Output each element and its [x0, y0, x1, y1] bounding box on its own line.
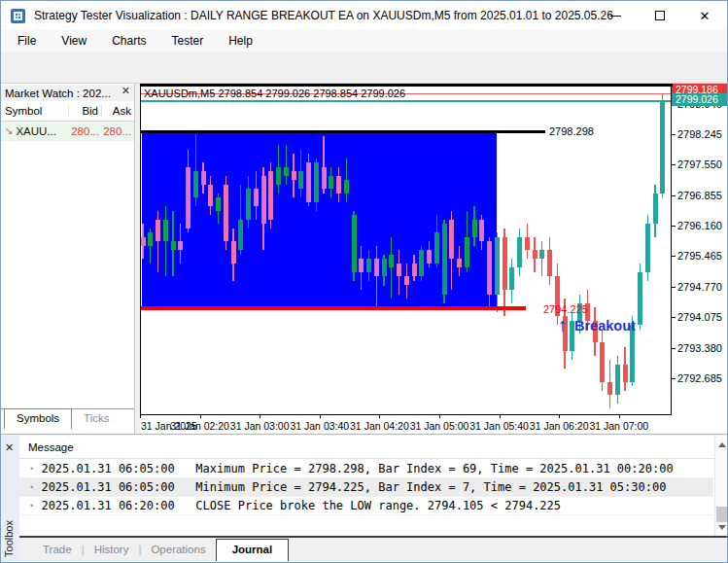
close-button[interactable]: ✕ — [682, 1, 727, 30]
range-high-value: 2798.298 — [549, 125, 594, 137]
journal-row-text: 2025.01.31 06:05:00 Maximum Price = 2798… — [41, 462, 673, 475]
toolbox-tab-operations[interactable]: Operations — [141, 540, 215, 559]
chart-top-border — [140, 84, 673, 87]
price-tick-label: 2792.685 — [677, 372, 722, 384]
journal-column-header[interactable]: Message — [19, 436, 728, 459]
price-down-arrow-icon: ↘ — [5, 125, 13, 136]
chart-left-border — [140, 84, 141, 415]
scrollbar-thumb[interactable] — [716, 507, 727, 522]
chart-area[interactable]: 2798.2982794.225↑BreakoutXAUUSDm,M5 2798… — [140, 84, 728, 434]
journal-row-bullet-icon: • — [19, 501, 41, 510]
breakout-label: Breakout — [574, 318, 636, 334]
time-tick-label: 31 Jan 04:20 — [350, 420, 409, 432]
market-watch-header: Market Watch : 202... — [1, 85, 134, 101]
candle-body — [374, 259, 379, 276]
time-axis-line — [140, 414, 672, 415]
ask-value: 280... — [102, 125, 134, 137]
candle-body — [254, 189, 259, 206]
candle-wick — [286, 145, 287, 185]
candle-body — [539, 250, 544, 259]
price-tick-label: 2796.160 — [677, 220, 722, 231]
candle-body — [306, 162, 311, 202]
column-symbol[interactable]: Symbol — [1, 105, 69, 117]
candle-body — [653, 194, 658, 225]
bid-price-line — [140, 100, 671, 102]
candle-body — [284, 167, 289, 176]
time-tick — [439, 415, 440, 418]
minimize-button[interactable] — [593, 1, 638, 30]
minimize-icon — [610, 16, 621, 17]
candle-body — [600, 342, 605, 382]
candle-body — [171, 241, 176, 250]
range-high-line — [140, 130, 545, 133]
market-watch-close-icon[interactable]: ✕ — [121, 85, 130, 97]
symbol-name: XAUU... — [16, 125, 56, 137]
journal-row-bullet-icon: • — [19, 464, 41, 474]
maximize-button[interactable] — [638, 1, 682, 30]
candle-body — [208, 185, 213, 207]
toolbox-tab-journal[interactable]: Journal — [216, 539, 290, 561]
candle-body — [503, 237, 507, 290]
price-tick — [672, 317, 676, 318]
menu-item-file[interactable]: File — [5, 31, 49, 51]
candle-body — [141, 237, 146, 246]
candle-body — [224, 185, 228, 242]
title-bar: Strategy Tester Visualization : DAILY RA… — [1, 1, 727, 30]
candle-body — [231, 241, 236, 264]
journal-row[interactable]: •2025.01.31 06:05:00 Minimum Price = 279… — [19, 478, 713, 497]
menu-item-view[interactable]: View — [49, 31, 99, 51]
menu-item-tester[interactable]: Tester — [158, 31, 216, 51]
scroll-down-icon[interactable] — [718, 525, 726, 530]
journal-content: Message •2025.01.31 06:05:00 Maximum Pri… — [19, 436, 728, 538]
market-watch-tab-symbols[interactable]: Symbols — [4, 408, 72, 429]
market-watch-tab-ticks[interactable]: Ticks — [72, 409, 121, 434]
maximize-icon — [655, 11, 665, 20]
menu-item-charts[interactable]: Charts — [99, 31, 158, 51]
toolbox-tab-history[interactable]: History — [85, 540, 139, 559]
market-watch-panel: Market Watch : 202... ✕ Symbol Bid Ask ↘… — [1, 84, 135, 434]
price-tick-label: 2796.855 — [677, 190, 722, 201]
close-icon: ✕ — [700, 10, 711, 22]
chart-ohlc-header: XAUUSDm,M5 2798.854 2799.026 2798.854 27… — [144, 88, 405, 99]
chart-plot[interactable]: 2798.2982794.225↑BreakoutXAUUSDm,M5 2798… — [140, 84, 671, 414]
candle-body — [517, 237, 522, 268]
bid-value: 280... — [69, 125, 102, 137]
candle-body — [457, 259, 462, 267]
journal-row[interactable]: •2025.01.31 06:20:00 CLOSE Price broke t… — [19, 497, 713, 515]
candle-body — [472, 220, 477, 237]
scroll-up-icon[interactable] — [718, 442, 726, 447]
candle-wick — [391, 237, 392, 299]
symbol-row[interactable]: ↘XAUU... 280... 280... — [1, 122, 134, 141]
candle-body — [336, 176, 341, 194]
candle-body — [329, 176, 333, 190]
price-tick-label: 2798.245 — [677, 128, 722, 140]
range-low-line — [140, 306, 526, 310]
candle-body — [645, 224, 650, 272]
menu-item-help[interactable]: Help — [216, 31, 265, 51]
candle-body — [201, 171, 206, 185]
toolbox-close-icon[interactable]: ✕ — [5, 441, 14, 454]
time-tick — [200, 415, 201, 418]
time-tick — [260, 415, 260, 418]
candle-body — [163, 220, 168, 242]
time-tick-label: 31 Jan 07:00 — [589, 420, 648, 432]
toolbox-tab-trade[interactable]: Trade — [33, 540, 82, 559]
journal-scrollbar[interactable] — [714, 437, 728, 536]
journal-row[interactable]: •2025.01.31 06:05:00 Maximum Price = 279… — [19, 460, 713, 478]
price-tick — [672, 378, 676, 379]
candle-body — [298, 171, 303, 189]
window-controls: ✕ — [593, 1, 727, 30]
price-tick — [672, 164, 676, 165]
candle-body — [465, 237, 469, 268]
breakout-arrow-icon: ↑ — [558, 316, 568, 334]
candle-body — [292, 171, 296, 180]
time-tick — [320, 415, 321, 418]
column-bid[interactable]: Bid — [69, 105, 102, 117]
candle-body — [314, 162, 319, 202]
menu-bar: FileViewChartsTesterHelp — [1, 30, 727, 52]
candle-body — [404, 276, 409, 285]
candle-body — [660, 100, 665, 194]
candle-wick — [165, 206, 166, 276]
candle-body — [533, 250, 537, 259]
column-ask[interactable]: Ask — [102, 105, 134, 117]
